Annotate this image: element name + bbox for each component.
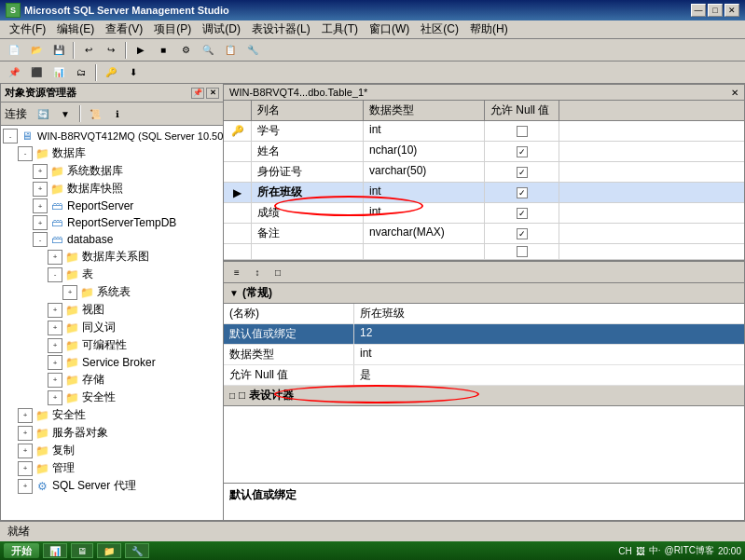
tree-expand-security-db[interactable]: + [48, 390, 62, 405]
props-nullable-value[interactable]: 是 [354, 365, 744, 385]
tree-item-reportserver[interactable]: + 🗃 ReportServer [1, 198, 223, 214]
rp-close-btn[interactable]: ✕ [731, 88, 738, 98]
row-colname-4[interactable]: 所在班级 [252, 183, 364, 202]
menu-view[interactable]: 查看(V) [100, 20, 148, 39]
toolbar-btn-3[interactable]: ⚙ [175, 41, 196, 60]
row-colname-1[interactable]: 学号 [252, 121, 364, 141]
tree-item-server-objects[interactable]: + 📁 服务器对象 [1, 424, 223, 442]
oe-close-btn[interactable]: ✕ [206, 88, 219, 99]
nullable-checkbox-7[interactable] [517, 246, 528, 257]
props-datatype-value[interactable]: int [354, 345, 744, 364]
oe-scripts-btn[interactable]: 📜 [85, 104, 105, 123]
tb2-btn5[interactable]: 🔑 [101, 63, 121, 82]
tree-item-database[interactable]: - 🗃 database [1, 231, 223, 248]
tree-item-tables[interactable]: - 📁 表 [1, 266, 223, 283]
props-section-designer[interactable]: □ □ 表设计器 [224, 386, 744, 406]
table-row[interactable]: 姓名 nchar(10) [224, 142, 744, 162]
new-query-button[interactable]: 📄 [4, 41, 24, 60]
row-colname-3[interactable]: 身份证号 [252, 162, 364, 182]
tree-item-sql-agent[interactable]: + ⚙ SQL Server 代理 [1, 477, 223, 495]
taskbar-item-2[interactable]: 🖥 [71, 543, 93, 558]
props-expand-btn[interactable]: ↕ [248, 264, 267, 280]
tree-expand-tables[interactable]: - [48, 267, 62, 282]
tree-item-security-db[interactable]: + 📁 安全性 [1, 389, 223, 406]
taskbar-item-3[interactable]: 📁 [97, 543, 121, 558]
props-row-datatype[interactable]: 数据类型 int [224, 345, 744, 365]
tree-item-dbsnapshot[interactable]: + 📁 数据库快照 [1, 180, 223, 198]
table-row[interactable]: 成绩 int [224, 203, 744, 224]
table-row-empty[interactable] [224, 244, 744, 260]
tree-expand-security[interactable]: + [18, 408, 33, 423]
props-row-name[interactable]: (名称) 所在班级 [224, 304, 744, 324]
props-section-normal[interactable]: ▼ (常规) [224, 283, 744, 304]
tree-item-sysdb[interactable]: + 📁 系统数据库 [1, 162, 223, 180]
tree-item-replication[interactable]: + 📁 复制 [1, 442, 223, 459]
tree-expand-storage[interactable]: + [48, 373, 62, 388]
menu-debug[interactable]: 调试(D) [197, 20, 246, 39]
tree-expand-databases[interactable]: - [18, 146, 33, 161]
taskbar-item-1[interactable]: 📊 [43, 543, 67, 558]
tree-expand-server-objects[interactable]: + [18, 426, 33, 441]
props-default-value[interactable]: 12 [354, 324, 744, 344]
table-row-selected[interactable]: ▶ 所在班级 int [224, 183, 744, 203]
oe-props-btn[interactable]: ℹ [107, 104, 128, 123]
tree-item-views[interactable]: + 📁 视图 [1, 301, 223, 319]
row-datatype-7[interactable] [364, 244, 485, 259]
tree-item-management[interactable]: + 📁 管理 [1, 459, 223, 477]
menu-file[interactable]: 文件(F) [4, 20, 51, 39]
oe-refresh-btn[interactable]: 🔄 [33, 104, 53, 123]
tree-expand-database[interactable]: - [33, 232, 48, 247]
open-button[interactable]: 📂 [26, 41, 47, 60]
start-button[interactable]: 开始 [4, 543, 39, 558]
nullable-checkbox-6[interactable] [517, 228, 528, 239]
undo-button[interactable]: ↩ [78, 41, 99, 60]
props-sort-btn[interactable]: ≡ [228, 264, 246, 280]
tree-item-systables[interactable]: + 📁 系统表 [1, 283, 223, 301]
row-datatype-5[interactable]: int [364, 203, 485, 223]
nullable-checkbox-3[interactable] [517, 167, 528, 178]
menu-help[interactable]: 帮助(H) [464, 20, 514, 39]
menu-table-designer[interactable]: 表设计器(L) [246, 20, 316, 39]
tree-expand-views[interactable]: + [48, 303, 62, 318]
maximize-button[interactable]: □ [708, 4, 723, 17]
toolbar-btn-5[interactable]: 📋 [220, 41, 241, 60]
save-button[interactable]: 💾 [48, 41, 69, 60]
table-row[interactable]: 备注 nvarchar(MAX) [224, 224, 744, 244]
tb2-btn1[interactable]: 📌 [4, 63, 24, 82]
row-datatype-3[interactable]: varchar(50) [364, 162, 485, 182]
minimize-button[interactable]: — [691, 4, 706, 17]
props-name-value[interactable]: 所在班级 [354, 304, 744, 323]
props-row-nullable[interactable]: 允许 Null 值 是 [224, 365, 744, 386]
tree-expand-dbdiagram[interactable]: + [48, 250, 62, 265]
nullable-checkbox-2[interactable] [517, 146, 528, 157]
row-datatype-6[interactable]: nvarchar(MAX) [364, 224, 485, 243]
run-button[interactable]: ▶ [131, 41, 151, 60]
redo-button[interactable]: ↪ [101, 41, 121, 60]
menu-edit[interactable]: 编辑(E) [51, 20, 100, 39]
tb2-btn3[interactable]: 📊 [48, 63, 69, 82]
menu-community[interactable]: 社区(C) [415, 20, 464, 39]
table-row[interactable]: 🔑 学号 int [224, 121, 744, 142]
row-colname-2[interactable]: 姓名 [252, 142, 364, 161]
tree-item-server[interactable]: - 🖥 WIN-B8RVQT412MQ (SQL Server 10.50.16… [1, 128, 223, 144]
tree-expand-sysdb[interactable]: + [33, 164, 48, 179]
row-datatype-1[interactable]: int [364, 121, 485, 141]
props-view-btn[interactable]: □ [269, 264, 287, 280]
tree-item-security[interactable]: + 📁 安全性 [1, 406, 223, 424]
menu-tools[interactable]: 工具(T) [316, 20, 364, 39]
tree-expand-reportserver[interactable]: + [33, 198, 48, 213]
tree-item-synonyms[interactable]: + 📁 同义词 [1, 319, 223, 336]
rp-tab-title[interactable]: WIN-B8RVQT4...dbo.Table_1* [229, 87, 367, 98]
oe-pin-btn[interactable]: 📌 [191, 88, 204, 99]
tree-item-storage[interactable]: + 📁 存储 [1, 371, 223, 389]
tb2-btn2[interactable]: ⬛ [26, 63, 47, 82]
tree-expand-programmability[interactable]: + [48, 338, 62, 353]
tree-expand-synonyms[interactable]: + [48, 321, 62, 335]
tree-expand-dbsnapshot[interactable]: + [33, 182, 48, 197]
props-row-default[interactable]: 默认值或绑定 12 [224, 324, 744, 345]
row-datatype-2[interactable]: nchar(10) [364, 142, 485, 161]
stop-button[interactable]: ■ [153, 41, 173, 60]
row-colname-6[interactable]: 备注 [252, 224, 364, 243]
table-row[interactable]: 身份证号 varchar(50) [224, 162, 744, 183]
nullable-checkbox-4[interactable] [517, 187, 528, 198]
